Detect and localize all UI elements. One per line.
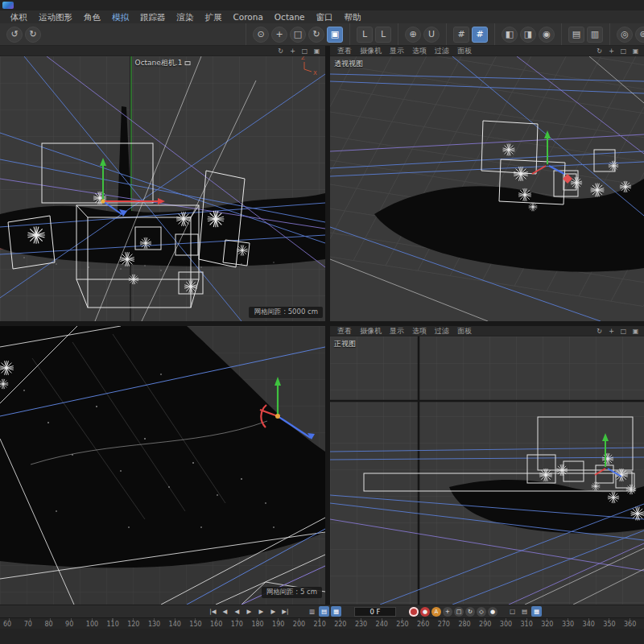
- viewport-zoom-icon[interactable]: □: [618, 327, 629, 336]
- render-view-icon[interactable]: ◧: [502, 27, 518, 43]
- viewport-menu-面板[interactable]: 面板: [453, 46, 476, 56]
- autokeying-button[interactable]: A: [431, 607, 441, 617]
- viewport-top-right[interactable]: 查看摄像机显示选项过滤面板 ↻+□▣ 透视视图: [330, 46, 644, 321]
- menu-扩展[interactable]: 扩展: [200, 10, 228, 23]
- prev-frame-button[interactable]: ◀: [232, 606, 242, 617]
- menu-模拟[interactable]: 模拟: [106, 10, 134, 23]
- viewport-bottom-left[interactable]: 网格间距 : 5 cm: [0, 326, 325, 605]
- ruler-label: 110: [107, 621, 119, 628]
- active-tool-cube-icon[interactable]: ▣: [327, 27, 343, 43]
- viewport-pan-icon[interactable]: +: [606, 327, 617, 336]
- viewport-maximize-icon[interactable]: ▣: [630, 327, 641, 336]
- viewport-canvas-top-right[interactable]: [330, 56, 644, 321]
- ruler-label: 160: [210, 621, 222, 628]
- snap-icon[interactable]: #: [472, 27, 488, 43]
- viewport-bottom-right[interactable]: 查看摄像机显示选项过滤面板 ↻+□▣ 正视图: [330, 326, 644, 605]
- prev-key-button[interactable]: ◀: [220, 606, 230, 617]
- rotate-tool-icon[interactable]: ↻: [308, 27, 324, 43]
- viewport-menu-查看[interactable]: 查看: [333, 46, 356, 56]
- viewport-menu-过滤[interactable]: 过滤: [431, 326, 453, 336]
- workplane-mode-icon[interactable]: ▥: [587, 27, 603, 43]
- menu-运动图形[interactable]: 运动图形: [33, 10, 78, 23]
- scale-tool-icon[interactable]: □: [290, 27, 306, 43]
- viewport-zoom-icon[interactable]: □: [618, 47, 629, 56]
- ruler-label: 250: [396, 621, 408, 628]
- record-rotation-icon[interactable]: ↻: [465, 607, 475, 617]
- viewport-sync-icon[interactable]: ↻: [594, 327, 605, 336]
- menu-Corona[interactable]: Corona: [228, 10, 269, 23]
- goto-start-button[interactable]: |◀: [208, 606, 218, 617]
- display-filter-icon[interactable]: ⊚: [635, 27, 644, 43]
- menu-帮助[interactable]: 帮助: [339, 10, 367, 23]
- camera-label[interactable]: Octane相机.1: [135, 58, 191, 68]
- viewport-maximize-icon[interactable]: ▣: [312, 47, 322, 56]
- menu-窗口[interactable]: 窗口: [311, 10, 339, 23]
- viewport-sync-icon[interactable]: ↻: [594, 47, 605, 56]
- viewport-top-left[interactable]: ↻+□▣ Octane相机.1 网格间距 : 5000 cm: [0, 46, 325, 321]
- goto-end-button[interactable]: ▶|: [280, 606, 291, 617]
- timeline-ruler[interactable]: 6070809010011012013014015016017018019020…: [0, 617, 644, 629]
- isolate-view-icon[interactable]: ◎: [617, 27, 633, 43]
- coordinate-system-icon[interactable]: ⊕: [405, 27, 421, 43]
- move-tool-icon[interactable]: +: [271, 27, 287, 43]
- ruler-label: 220: [334, 621, 346, 628]
- record-keyframe-button[interactable]: [409, 607, 419, 617]
- ruler-mode-icon[interactable]: ▤: [319, 606, 329, 617]
- axis-group: LL: [349, 23, 398, 45]
- quantize-icon[interactable]: #: [453, 27, 469, 43]
- frame-counter[interactable]: 0 F: [354, 607, 396, 617]
- viewport-canvas-top-left[interactable]: Z X: [0, 56, 325, 321]
- app-window: 体积运动图形角色模拟跟踪器渲染扩展CoronaOctane窗口帮助 ↺↻⊙+□↻…: [0, 0, 644, 644]
- viewport-maximize-icon[interactable]: ▣: [630, 47, 641, 56]
- viewport-menu-摄像机[interactable]: 摄像机: [356, 326, 386, 336]
- viewport-solo-icon[interactable]: U: [423, 27, 440, 43]
- keyframe-selection-icon[interactable]: □: [507, 606, 518, 617]
- menu-体积[interactable]: 体积: [5, 10, 33, 23]
- render-settings-icon[interactable]: ◉: [539, 27, 555, 43]
- ruler-label: 100: [86, 621, 98, 628]
- menu-渲染[interactable]: 渲染: [171, 10, 200, 23]
- viewport-menu-选项[interactable]: 选项: [408, 46, 431, 56]
- modeling-axis-icon[interactable]: ▤: [568, 27, 584, 43]
- motion-system-icon[interactable]: ▦: [531, 606, 542, 617]
- ruler-label: 60: [3, 621, 11, 628]
- menu-bar: 体积运动图形角色模拟跟踪器渲染扩展CoronaOctane窗口帮助: [0, 10, 644, 23]
- viewport-workspace: ↻+□▣ Octane相机.1 网格间距 : 5000 cm: [0, 46, 644, 605]
- workplane-lock-icon[interactable]: L: [375, 27, 391, 43]
- viewport-menu-摄像机[interactable]: 摄像机: [356, 46, 386, 56]
- timeline-units-icon[interactable]: ▥: [307, 606, 317, 617]
- menu-角色[interactable]: 角色: [78, 10, 106, 23]
- play-button[interactable]: ▶: [244, 606, 254, 617]
- menu-Octane[interactable]: Octane: [269, 10, 311, 23]
- x-axis-lock-icon[interactable]: L: [357, 27, 373, 43]
- undo-icon[interactable]: ↺: [6, 27, 23, 43]
- record-objects-button[interactable]: ●: [420, 607, 430, 617]
- next-key-button[interactable]: ▶: [268, 606, 279, 617]
- viewport-menu-面板[interactable]: 面板: [453, 326, 476, 336]
- viewport-menu-查看[interactable]: 查看: [333, 326, 356, 336]
- next-frame-button[interactable]: ▶: [256, 606, 266, 617]
- viewport-menu-显示[interactable]: 显示: [386, 326, 408, 336]
- toolbar: ↺↻⊙+□↻▣LL⊕U##◧◨◉▤▥◎⊚: [0, 23, 644, 46]
- viewport-canvas-bottom-right[interactable]: [330, 336, 644, 605]
- render-region-icon[interactable]: ◨: [520, 27, 536, 43]
- viewport-pan-icon[interactable]: +: [606, 47, 617, 56]
- record-scale-icon[interactable]: □: [454, 607, 464, 617]
- menu-跟踪器[interactable]: 跟踪器: [134, 10, 171, 23]
- viewport-menu-显示[interactable]: 显示: [386, 46, 408, 56]
- viewport-menu-过滤[interactable]: 过滤: [431, 46, 453, 56]
- viewport-pan-icon[interactable]: +: [287, 47, 298, 56]
- redo-icon[interactable]: ↻: [25, 27, 41, 43]
- frame-group: 0 F: [346, 605, 404, 617]
- viewport-canvas-bottom-left[interactable]: [0, 326, 325, 605]
- viewport-sync-icon[interactable]: ↻: [275, 47, 286, 56]
- frame-snap-icon[interactable]: ▦: [331, 606, 341, 617]
- viewport-zoom-icon[interactable]: □: [299, 47, 310, 56]
- record-pla-icon[interactable]: ●: [488, 607, 497, 617]
- viewport-menu-选项[interactable]: 选项: [408, 326, 431, 336]
- record-parameter-icon[interactable]: ◇: [477, 607, 486, 617]
- timeline-layer-icon[interactable]: ▤: [519, 606, 530, 617]
- ruler-label: 260: [417, 621, 429, 628]
- live-selection-icon[interactable]: ⊙: [253, 27, 269, 43]
- record-position-icon[interactable]: +: [443, 607, 452, 617]
